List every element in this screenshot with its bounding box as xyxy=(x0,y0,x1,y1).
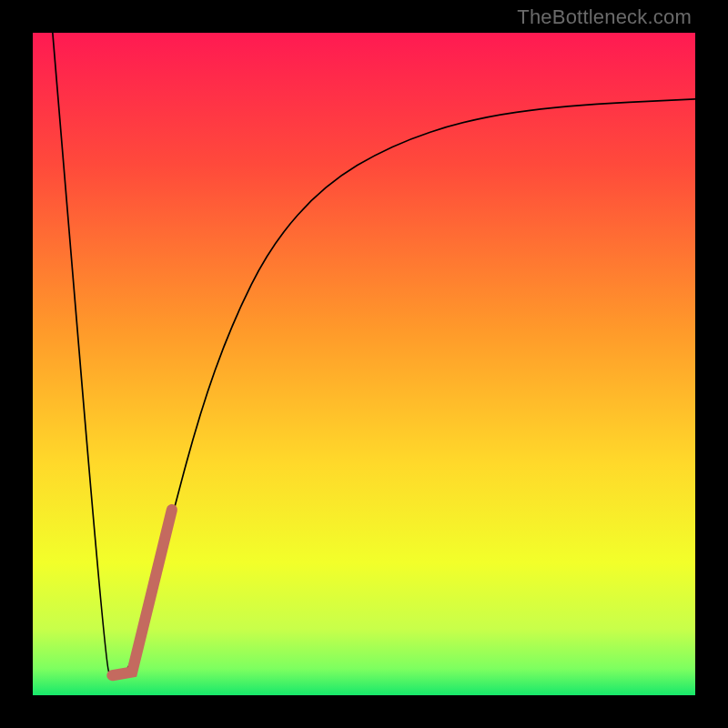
watermark-text: TheBottleneck.com xyxy=(517,5,692,29)
curves-layer xyxy=(33,33,695,695)
plot-area xyxy=(33,33,695,695)
chart-frame: TheBottleneck.com xyxy=(0,0,728,728)
bottleneck-curve xyxy=(53,33,695,675)
highlight-segment xyxy=(112,510,172,675)
